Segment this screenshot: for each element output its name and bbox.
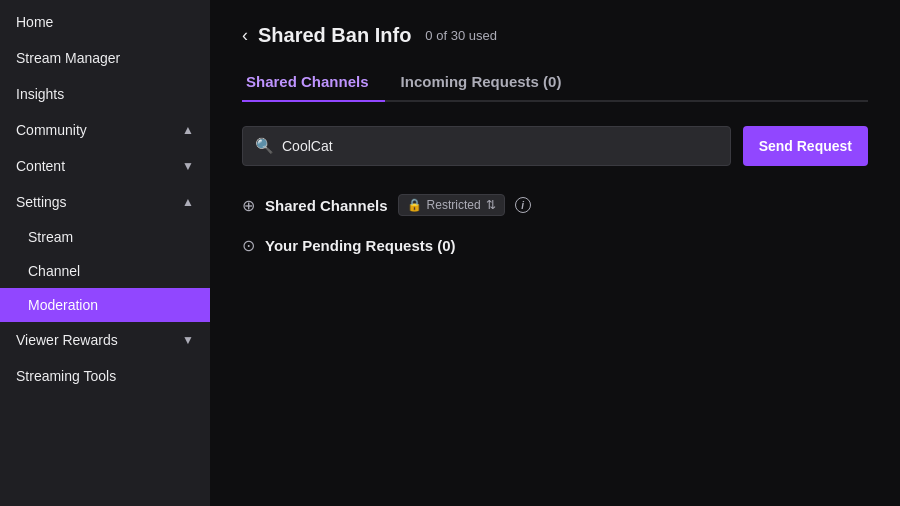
sidebar-item-channel[interactable]: Channel: [0, 254, 210, 288]
search-icon: 🔍: [255, 137, 274, 155]
pending-requests-section: ⊙ Your Pending Requests (0): [242, 236, 868, 255]
sidebar-item-community[interactable]: Community ▲: [0, 112, 210, 148]
pending-icon: ⊙: [242, 236, 255, 255]
usage-badge: 0 of 30 used: [425, 28, 497, 43]
sidebar-item-label: Insights: [16, 86, 64, 102]
page-header: ‹ Shared Ban Info 0 of 30 used: [242, 24, 868, 47]
sidebar: Home Stream Manager Insights Community ▲…: [0, 0, 210, 506]
sidebar-item-label: Stream: [28, 229, 73, 245]
sidebar-item-label: Stream Manager: [16, 50, 120, 66]
sidebar-item-label: Channel: [28, 263, 80, 279]
sidebar-item-stream[interactable]: Stream: [0, 220, 210, 254]
restricted-dropdown[interactable]: 🔒 Restricted ⇅: [398, 194, 505, 216]
sidebar-item-label: Home: [16, 14, 53, 30]
info-icon[interactable]: i: [515, 197, 531, 213]
chevron-down-icon: ▼: [182, 333, 194, 347]
chevron-up-icon: ▲: [182, 195, 194, 209]
sidebar-item-streaming-tools[interactable]: Streaming Tools: [0, 358, 210, 394]
shared-channels-section-header: ⊕ Shared Channels 🔒 Restricted ⇅ i: [242, 194, 868, 216]
sort-icon: ⇅: [486, 198, 496, 212]
chevron-up-icon: ▲: [182, 123, 194, 137]
tab-shared-channels[interactable]: Shared Channels: [242, 65, 385, 102]
tab-label: Shared Channels: [246, 73, 369, 90]
chevron-down-icon: ▼: [182, 159, 194, 173]
tab-incoming-requests[interactable]: Incoming Requests (0): [397, 65, 578, 102]
tab-label: Incoming Requests (0): [401, 73, 562, 90]
search-row: 🔍 Send Request: [242, 126, 868, 166]
sidebar-item-insights[interactable]: Insights: [0, 76, 210, 112]
back-button[interactable]: ‹: [242, 25, 248, 46]
sidebar-item-moderation[interactable]: Moderation: [0, 288, 210, 322]
shared-channels-title: Shared Channels: [265, 197, 388, 214]
search-wrapper: 🔍: [242, 126, 731, 166]
restricted-label: Restricted: [427, 198, 481, 212]
page-title: Shared Ban Info: [258, 24, 411, 47]
sidebar-item-label: Content: [16, 158, 65, 174]
sidebar-item-label: Community: [16, 122, 87, 138]
sidebar-item-label: Viewer Rewards: [16, 332, 118, 348]
sidebar-item-stream-manager[interactable]: Stream Manager: [0, 40, 210, 76]
sidebar-item-label: Settings: [16, 194, 67, 210]
tabs-container: Shared Channels Incoming Requests (0): [242, 65, 868, 102]
sidebar-item-settings[interactable]: Settings ▲: [0, 184, 210, 220]
main-content: ‹ Shared Ban Info 0 of 30 used Shared Ch…: [210, 0, 900, 506]
sidebar-item-label: Moderation: [28, 297, 98, 313]
lock-icon: 🔒: [407, 198, 422, 212]
search-input[interactable]: [282, 138, 718, 154]
sidebar-item-label: Streaming Tools: [16, 368, 116, 384]
sidebar-item-content[interactable]: Content ▼: [0, 148, 210, 184]
pending-requests-title: Your Pending Requests (0): [265, 237, 456, 254]
sidebar-item-home[interactable]: Home: [0, 4, 210, 40]
sidebar-item-viewer-rewards[interactable]: Viewer Rewards ▼: [0, 322, 210, 358]
shared-channels-icon: ⊕: [242, 196, 255, 215]
send-request-button[interactable]: Send Request: [743, 126, 868, 166]
